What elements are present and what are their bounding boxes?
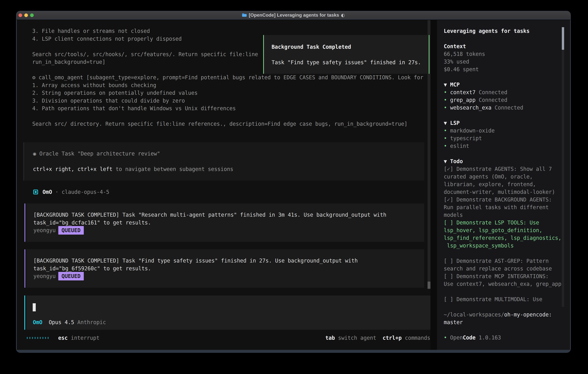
- terminal-line: Leveraging agents for tasks: [444, 27, 565, 35]
- chevron-down-icon: ▼: [444, 158, 450, 165]
- message-accent-bar: [24, 249, 25, 288]
- panel-accent-bar: [23, 142, 24, 181]
- terminal-line: [444, 112, 565, 119]
- input-accent-bar: [24, 295, 25, 330]
- terminal-line: [444, 288, 565, 295]
- oracle-task-panel: ◉ Oracle Task "Deep architecture review"…: [23, 142, 424, 181]
- terminal-line: • grep_app Connected: [444, 96, 565, 104]
- terminal-line: ▼ Todo: [444, 157, 565, 165]
- terminal-line: Run parallel tasks with different: [444, 204, 565, 211]
- bullet-icon: •: [444, 128, 450, 134]
- oracle-task-title: ◉ Oracle Task "Deep architecture review": [33, 150, 417, 158]
- toast-body: Task "Find type safety issues" finished …: [272, 59, 429, 66]
- window-title: [OpenCode] Leveraging agents for tasks: [249, 12, 339, 18]
- window-title-area: [OpenCode] Leveraging agents for tasks ◐: [16, 11, 570, 19]
- bullet-icon: •: [444, 89, 450, 95]
- terminal-line: [444, 303, 565, 311]
- terminal-line: curated agents (OmO, oracle,: [444, 173, 565, 180]
- terminal-content: 3. File handles or streams not closed4. …: [16, 20, 570, 350]
- spinner-dots-icon: [27, 334, 49, 342]
- terminal-window: [OpenCode] Leveraging agents for tasks ◐…: [16, 11, 570, 353]
- terminal-line: • eslint: [444, 142, 565, 150]
- terminal-line: librarian, explore, frontend,: [444, 180, 565, 188]
- message-text-line: task_id="bg_6f59260c" to get results.: [33, 265, 424, 272]
- terminal-line: 1. Array access without bounds checking: [32, 82, 424, 89]
- message-block: [BACKGROUND TASK COMPLETED] Task "Find t…: [24, 249, 430, 288]
- fisheye-icon: ◉: [33, 151, 36, 157]
- input-model-name: Opus 4.5: [49, 319, 74, 325]
- oracle-task-hint: ctrl+x right, ctrl+x left to navigate be…: [33, 165, 417, 173]
- terminal-line: [ ] Demonstrate LSP TOOLS: Use: [444, 219, 565, 227]
- terminal-line: [444, 326, 565, 334]
- terminal-line: ▼ LSP: [444, 119, 565, 127]
- status-badge: QUEUED: [58, 272, 84, 280]
- input-model-line: OmO Opus 4.5 Anthropic: [33, 319, 106, 326]
- terminal-line: ~/local-workspaces/oh-my-opencode:: [444, 311, 565, 319]
- half-circle-icon: ◐: [341, 13, 345, 18]
- chat-scrollbar-thumb[interactable]: [428, 281, 430, 289]
- terminal-line: • OpenCode 1.0.163: [444, 334, 565, 342]
- agent-model: claude-opus-4-5: [62, 189, 109, 195]
- terminal-line: models: [444, 211, 565, 219]
- sidebar-lines: Leveraging agents for tasks Context66,51…: [444, 27, 565, 342]
- terminal-line: $0.46 spent: [444, 65, 565, 73]
- message-author: yeongyu: [33, 227, 56, 233]
- agent-name: OmO: [42, 189, 52, 195]
- terminal-line: [444, 73, 565, 81]
- terminal-line: 3. File handles or streams not closed: [32, 27, 424, 35]
- message-accent-bar: [24, 204, 25, 242]
- terminal-line: • websearch_exa Connected: [444, 104, 565, 112]
- agent-separator: ·: [52, 189, 62, 195]
- status-badge: QUEUED: [58, 226, 84, 235]
- prompt-input[interactable]: OmO Opus 4.5 Anthropic: [24, 295, 430, 330]
- bullet-icon: •: [444, 143, 450, 149]
- chevron-down-icon: ▼: [444, 120, 450, 126]
- terminal-line: search and replace across codebase: [444, 265, 565, 272]
- gear-icon: ⚙: [32, 74, 35, 81]
- bullet-icon: •: [444, 334, 450, 341]
- terminal-line: • context7 Connected: [444, 89, 565, 96]
- terminal-line: [444, 35, 565, 42]
- keyboard-hints: tab switch agent ctrl+p commands: [326, 334, 430, 342]
- terminal-line: ▼ MCP: [444, 81, 565, 89]
- sidebar-scrollbar-thumb[interactable]: [562, 27, 564, 50]
- message-author: yeongyu: [33, 273, 56, 279]
- terminal-line: 2. String operations on potentially unde…: [32, 89, 424, 97]
- terminal-line: [32, 112, 424, 120]
- sidebar-scrollbar[interactable]: [562, 27, 564, 307]
- terminal-line: [ ] Demonstrate MULTIMODAL: Use: [444, 295, 565, 303]
- message-text-line: task_id="bg_dcfac161" to get results.: [33, 219, 424, 227]
- toast-title: Background Task Completed: [272, 43, 429, 51]
- terminal-line: document-writer, multimodal-looker): [444, 188, 565, 196]
- terminal-line: [✓] Demonstrate AGENTS: Show all 7: [444, 165, 565, 173]
- message-text-line: [BACKGROUND TASK COMPLETED] Task "Find t…: [33, 257, 424, 265]
- terminal-line: [ ] Demonstrate MCP INTEGRATIONS:: [444, 272, 565, 280]
- agent-checkbox-icon[interactable]: [33, 190, 38, 194]
- terminal-line: • typescript: [444, 135, 565, 142]
- terminal-line: Context: [444, 42, 565, 50]
- terminal-line: 3. Division operations that could divide…: [32, 97, 424, 105]
- bullet-icon: •: [444, 135, 450, 141]
- interrupt-hint: esc interrupt: [58, 334, 100, 342]
- folder-icon: [242, 13, 247, 17]
- message-text-line: [BACKGROUND TASK COMPLETED] Task "Resear…: [33, 211, 424, 219]
- terminal-line: master: [444, 319, 565, 326]
- notification-toast[interactable]: Background Task Completed Task "Find typ…: [263, 35, 430, 74]
- terminal-line: Search src/ directory. Return specific f…: [32, 120, 424, 128]
- window-bottom-edge: [16, 350, 570, 353]
- terminal-line: lsp_hover, lsp_goto_definition,: [444, 227, 565, 234]
- terminal-line: ⚙ call_omo_agent [subagent_type=explore,…: [32, 74, 424, 82]
- input-provider-name: Anthropic: [77, 319, 106, 325]
- text-cursor: [33, 303, 36, 311]
- agent-header-row: OmO · claude-opus-4-5: [33, 188, 109, 196]
- chevron-down-icon: ▼: [444, 82, 450, 88]
- bullet-icon: •: [444, 97, 450, 103]
- terminal-line: lsp_find_references, lsp_diagnostics,: [444, 234, 565, 242]
- terminal-line: 4. Path operations that don't handle Win…: [32, 104, 424, 112]
- input-agent-name: OmO: [33, 319, 42, 325]
- terminal-line: [444, 150, 565, 157]
- terminal-line: lsp_workspace_symbols: [444, 242, 565, 249]
- titlebar[interactable]: [OpenCode] Leveraging agents for tasks ◐: [16, 11, 570, 20]
- terminal-line: • markdown-oxide: [444, 127, 565, 135]
- sidebar: Leveraging agents for tasks Context66,51…: [437, 20, 570, 350]
